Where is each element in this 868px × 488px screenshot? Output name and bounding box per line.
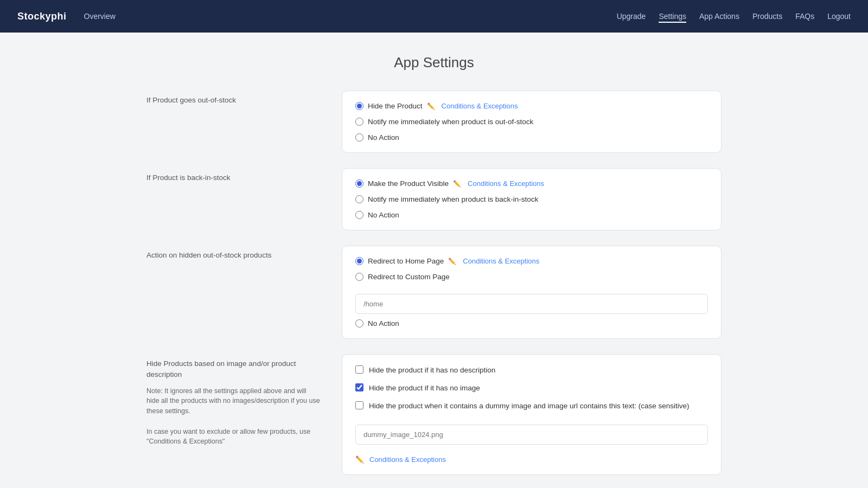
nav-settings[interactable]: Settings — [659, 10, 686, 23]
conditions-link-id[interactable]: Conditions & Exceptions — [369, 455, 446, 464]
conditions-link-ha1[interactable]: Conditions & Exceptions — [463, 257, 539, 265]
label-no-action-bis[interactable]: No Action — [368, 211, 399, 219]
option-notify-bis: Notify me immediately when product is ba… — [355, 195, 708, 203]
radio-make-visible[interactable] — [355, 179, 363, 188]
label-no-action-oos[interactable]: No Action — [368, 133, 399, 142]
section-hidden-action-card: Redirect to Home Page ✏️ Conditions & Ex… — [342, 246, 722, 339]
label-dummy-image[interactable]: Hide the product when it contains a dumm… — [369, 401, 690, 412]
option-no-description: Hide the product if it has no descriptio… — [355, 365, 708, 376]
label-no-action-ha[interactable]: No Action — [368, 319, 399, 328]
section-hidden-action: Action on hidden out-of-stock products R… — [146, 246, 722, 339]
navbar-right: Upgrade Settings App Actions Products FA… — [617, 10, 851, 23]
label-redirect-custom[interactable]: Redirect to Custom Page — [368, 273, 450, 281]
custom-page-input[interactable] — [355, 294, 708, 314]
option-dummy-image: Hide the product when it contains a dumm… — [355, 401, 708, 412]
checkbox-no-image[interactable] — [355, 383, 363, 391]
section-image-desc-note: Note: It ignores all the settings applie… — [146, 386, 320, 447]
radio-no-action-ha[interactable] — [355, 319, 363, 328]
edit-icon-oos1: ✏️ — [427, 102, 435, 110]
radio-redirect-home[interactable] — [355, 257, 363, 265]
option-redirect-custom: Redirect to Custom Page — [355, 273, 708, 281]
label-hide-product[interactable]: Hide the Product — [368, 102, 423, 110]
option-no-action-ha: No Action — [355, 319, 708, 328]
checkbox-no-description[interactable] — [355, 365, 363, 374]
section-back-in-stock: If Product is back-in-stock Make the Pro… — [146, 168, 722, 230]
section-out-of-stock: If Product goes out-of-stock Hide the Pr… — [146, 91, 722, 153]
nav-faqs[interactable]: FAQs — [795, 10, 814, 23]
label-no-image[interactable]: Hide the product if it has no image — [369, 383, 480, 394]
option-no-action-oos: No Action — [355, 133, 708, 142]
option-hide-product: Hide the Product ✏️ Conditions & Excepti… — [355, 102, 708, 110]
label-notify-bis[interactable]: Notify me immediately when product is ba… — [368, 195, 538, 203]
radio-hide-product[interactable] — [355, 102, 363, 110]
page-title: App Settings — [146, 54, 722, 71]
option-make-visible: Make the Product Visible ✏️ Conditions &… — [355, 179, 708, 188]
radio-no-action-oos[interactable] — [355, 133, 363, 142]
section-out-of-stock-label: If Product goes out-of-stock — [146, 91, 320, 106]
navbar: Stockyphi Overview Upgrade Settings App … — [0, 0, 868, 33]
dummy-image-input[interactable] — [355, 425, 708, 445]
edit-icon-bis1: ✏️ — [453, 180, 461, 188]
checkbox-dummy-image[interactable] — [355, 401, 363, 409]
page: App Settings If Product goes out-of-stoc… — [136, 33, 732, 488]
nav-overview[interactable]: Overview — [84, 10, 116, 23]
section-image-desc-card: Hide the product if it has no descriptio… — [342, 354, 722, 475]
label-make-visible[interactable]: Make the Product Visible — [368, 179, 449, 188]
label-no-description[interactable]: Hide the product if it has no descriptio… — [369, 365, 495, 376]
option-redirect-home: Redirect to Home Page ✏️ Conditions & Ex… — [355, 257, 708, 265]
section-back-in-stock-card: Make the Product Visible ✏️ Conditions &… — [342, 168, 722, 230]
radio-no-action-bis[interactable] — [355, 211, 363, 219]
section-back-in-stock-label: If Product is back-in-stock — [146, 168, 320, 183]
section-out-of-stock-card: Hide the Product ✏️ Conditions & Excepti… — [342, 91, 722, 153]
nav-logout[interactable]: Logout — [827, 10, 851, 23]
option-no-action-bis: No Action — [355, 211, 708, 219]
radio-redirect-custom[interactable] — [355, 273, 363, 281]
navbar-left: Stockyphi Overview — [17, 10, 116, 23]
nav-upgrade[interactable]: Upgrade — [617, 10, 646, 23]
conditions-link-oos1[interactable]: Conditions & Exceptions — [442, 102, 518, 110]
conditions-link-row: ✏️ Conditions & Exceptions — [355, 455, 708, 464]
edit-icon-id: ✏️ — [355, 455, 364, 464]
nav-app-actions[interactable]: App Actions — [699, 10, 739, 23]
brand-logo: Stockyphi — [17, 11, 67, 22]
radio-notify-oos[interactable] — [355, 118, 363, 126]
label-notify-oos[interactable]: Notify me immediately when product is ou… — [368, 118, 533, 126]
section-image-desc: Hide Products based on image and/or prod… — [146, 354, 722, 475]
edit-icon-ha1: ✏️ — [448, 258, 456, 265]
option-notify-oos: Notify me immediately when product is ou… — [355, 118, 708, 126]
conditions-link-bis1[interactable]: Conditions & Exceptions — [468, 179, 544, 188]
radio-notify-bis[interactable] — [355, 195, 363, 203]
option-no-image: Hide the product if it has no image — [355, 383, 708, 394]
label-redirect-home[interactable]: Redirect to Home Page — [368, 257, 444, 265]
nav-products[interactable]: Products — [752, 10, 782, 23]
section-image-desc-label: Hide Products based on image and/or prod… — [146, 354, 320, 447]
section-hidden-action-label: Action on hidden out-of-stock products — [146, 246, 320, 261]
